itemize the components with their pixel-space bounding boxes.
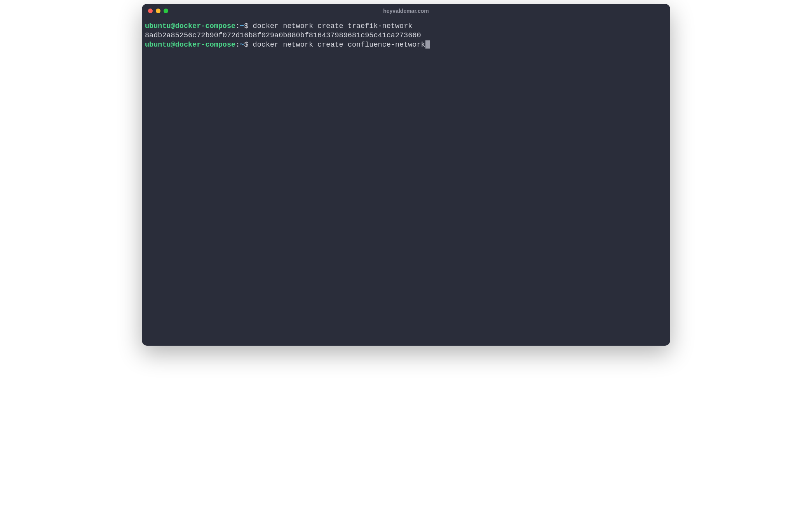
traffic-lights: [148, 9, 168, 13]
window-title: heyvaldemar.com: [383, 8, 429, 14]
terminal-line: ubuntu@docker-compose:~$ docker network …: [145, 40, 667, 50]
prompt-colon: :: [235, 41, 240, 49]
terminal-line: ubuntu@docker-compose:~$ docker network …: [145, 22, 667, 31]
command-text: docker network create traefik-network: [253, 22, 413, 30]
terminal-body[interactable]: ubuntu@docker-compose:~$ docker network …: [142, 18, 670, 346]
terminal-window: heyvaldemar.com ubuntu@docker-compose:~$…: [142, 4, 670, 346]
prompt-dollar: $: [244, 22, 253, 30]
minimize-button[interactable]: [156, 9, 160, 13]
prompt-dollar: $: [244, 41, 253, 49]
terminal-line: 8adb2a85256c72b90f072d16b8f029a0b880bf81…: [145, 31, 667, 40]
prompt-colon: :: [235, 22, 240, 30]
command-text: docker network create confluence-network: [253, 41, 425, 49]
close-button[interactable]: [148, 9, 153, 13]
prompt-path: ~: [240, 22, 244, 30]
cursor-icon: [425, 40, 430, 49]
title-bar: heyvaldemar.com: [142, 4, 670, 18]
maximize-button[interactable]: [164, 9, 168, 13]
prompt-path: ~: [240, 41, 244, 49]
prompt-user: ubuntu@docker-compose: [145, 41, 235, 49]
prompt-user: ubuntu@docker-compose: [145, 22, 235, 30]
output-text: 8adb2a85256c72b90f072d16b8f029a0b880bf81…: [145, 31, 421, 40]
